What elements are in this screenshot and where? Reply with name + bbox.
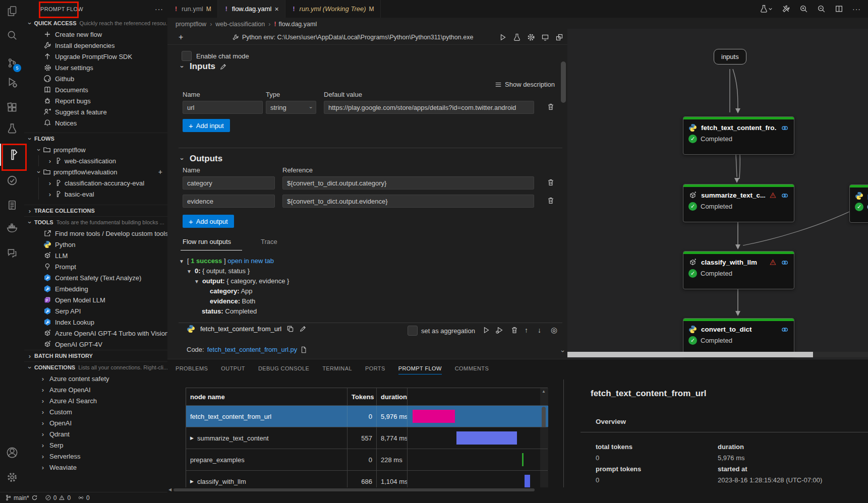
settings-gear-icon[interactable] [0,466,24,488]
connection-azure-ai-search[interactable]: Azure AI Search [24,395,167,406]
link-icon[interactable] [781,124,789,132]
sidebar-item-notices[interactable]: Notices [24,117,167,129]
enable-chat-mode-checkbox[interactable] [182,51,192,61]
section-batch-run-history[interactable]: BATCH RUN HISTORY [24,350,167,361]
tab-overview[interactable]: Overview [596,418,626,425]
connection-openai[interactable]: OpenAI [24,417,167,428]
tool-prompt[interactable]: Prompt [24,261,167,272]
git-branch-status[interactable]: main* [5,494,38,501]
locate-node-icon[interactable]: ◎ [551,326,557,335]
link-icon[interactable] [781,259,789,267]
vm-icon[interactable] [541,33,549,41]
set-as-aggregation-checkbox[interactable] [408,326,418,336]
graph-node-fetch-text-content[interactable]: fetch_text_content_fro... Completed [683,116,794,155]
split-editor-icon[interactable] [835,5,843,13]
col-node-name[interactable]: node name [186,388,348,405]
flow-folder-promptflow[interactable]: promptflow [24,144,167,155]
test-beaker-icon[interactable] [760,5,773,13]
problems-status[interactable]: 0 0 [45,494,71,501]
section-quick-access[interactable]: QUICK ACCESS Quickly reach the reference… [24,18,167,29]
sidebar-item-github[interactable]: Github [24,73,167,84]
input-default-value-field[interactable] [324,101,534,114]
sidebar-item-create-new-flow[interactable]: Create new flow [24,29,167,40]
docker-icon[interactable] [0,217,24,239]
input-name-field[interactable] [183,101,263,114]
form-scrollbar[interactable] [561,61,566,103]
scroll-left-icon[interactable]: ◀ [168,487,171,492]
section-flows[interactable]: FLOWS [24,133,167,144]
flow-web-classification[interactable]: web-classification [24,155,167,166]
tool-serp-api[interactable]: Serp API [24,305,167,317]
inputs-section-heading[interactable]: Inputs [179,61,227,72]
tab-debug-console[interactable]: DEBUG CONSOLE [258,363,309,373]
table-scrollbar[interactable] [540,406,548,427]
tab-flow-run-outputs[interactable]: Flow run outputs [183,238,231,245]
tool-content-safety[interactable]: Content Safety (Text Analyze) [24,272,167,283]
trash-icon[interactable] [547,178,555,186]
tab-prompt-flow[interactable]: PROMPT FLOW [398,363,442,373]
tab-terminal[interactable]: TERMINAL [322,363,352,373]
triangle-down-icon[interactable]: ▼ [194,279,199,284]
scroll-down-icon[interactable]: › [559,350,566,352]
table-row[interactable]: fetch_text_content_from_url 0 5,976 ms [186,406,547,427]
search-icon[interactable] [0,24,24,46]
graph-node-inputs[interactable]: inputs [714,49,746,65]
sidebar-more-icon[interactable]: ··· [155,5,163,13]
code-file-link[interactable]: fetch_text_content_from_url.py [207,346,298,353]
add-input-button[interactable]: Add input [183,119,230,132]
graph-node-prepare-examples[interactable]: prepare_examples Completed [849,184,868,223]
copy-icon[interactable] [286,325,294,333]
explorer-icon[interactable] [0,0,24,22]
run-node-icon[interactable] [482,326,490,334]
output-reference-field[interactable] [282,176,534,190]
connection-azure-content-safety[interactable]: Azure content safety [24,373,167,384]
tab-problems[interactable]: PROBLEMS [176,363,208,373]
trash-icon[interactable] [547,197,555,205]
expand-icon[interactable]: ▶ [190,435,194,441]
tool-open-model-llm[interactable]: Open Model LLM [24,294,167,305]
deploy-icon[interactable] [555,33,563,41]
table-scrollbar[interactable] [540,449,548,470]
run-all-icon[interactable] [499,33,507,41]
tree-row-0[interactable]: ▼0: { output, status } [187,267,250,275]
tool-openai-gpt4v[interactable]: OpenAI GPT-4V [24,339,167,350]
input-type-select[interactable]: string › [266,101,316,114]
connection-serp[interactable]: Serp [24,439,167,451]
add-flow-icon[interactable]: + [158,168,162,176]
sidebar-item-upgrade-sdk[interactable]: Upgrade PromptFlow SDK [24,51,167,62]
zoom-in-icon[interactable] [799,5,808,13]
breadcrumb-item[interactable]: flow.dag.yaml [278,21,317,28]
notebook-icon[interactable] [0,194,24,216]
open-in-new-tab-link[interactable]: open in new tab [227,257,274,265]
run-result-row[interactable]: ▼[ 1 success ] open in new tab [179,257,274,265]
sidebar-item-report-bugs[interactable]: Report bugs [24,95,167,106]
account-icon[interactable] [0,442,24,464]
tab-flow-dag-yaml[interactable]: ! flow.dag.yaml [218,0,285,18]
table-row[interactable]: ▶summarize_text_content 557 8,774 ms [186,427,547,449]
cell-node-name[interactable]: ▶summarize_text_content [186,427,348,449]
output-name-field[interactable] [183,176,275,190]
tool-find-more[interactable]: Find more tools / Develop custom tools [24,228,167,239]
scrollbar-thumb[interactable] [173,488,535,491]
panel-horizontal-scrollbar[interactable]: ◀ [167,487,868,492]
chat-icon[interactable] [0,242,24,264]
run-debug-icon[interactable] [0,71,24,93]
link-icon[interactable] [781,192,789,200]
flow-folder-evaluation[interactable]: promptflow\evaluation+ [24,166,167,177]
connection-azure-openai[interactable]: Azure OpenAI [24,384,167,395]
more-actions-icon[interactable]: ··· [852,5,861,13]
tab-ports[interactable]: PORTS [365,363,385,373]
section-trace-collections[interactable]: TRACE COLLECTIONS [24,205,167,216]
cell-node-name[interactable]: prepare_examples [186,449,348,470]
triangle-down-icon[interactable]: ▼ [187,269,192,274]
flow-basic-eval[interactable]: basic-eval [24,188,167,200]
pencil-icon[interactable] [299,325,307,333]
beaker-icon[interactable] [513,33,521,41]
col-duration[interactable]: duration [377,388,408,405]
connection-custom[interactable]: Custom [24,406,167,417]
scrollbar-thumb[interactable] [567,352,813,357]
triangle-down-icon[interactable]: ▼ [179,259,184,264]
zoom-out-icon[interactable] [817,5,826,13]
sidebar-item-user-settings[interactable]: User settings [24,62,167,73]
tool-llm[interactable]: LLM [24,250,167,261]
